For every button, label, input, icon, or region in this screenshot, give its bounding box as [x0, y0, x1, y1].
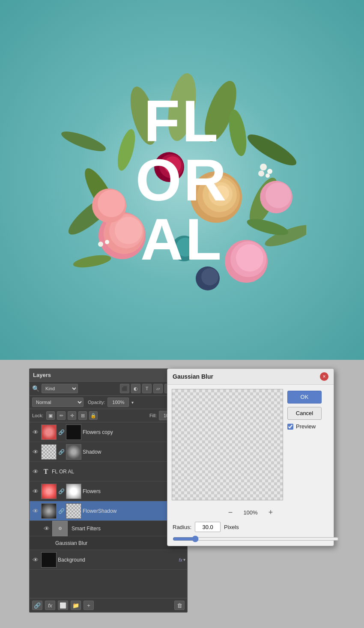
layers-panel-title: Layers	[33, 372, 51, 378]
layer-item[interactable]: 👁 Background fx ▾	[30, 550, 187, 570]
fill-label: Fill:	[149, 413, 157, 418]
text-line3: AL	[140, 206, 224, 272]
lock-brush-icon[interactable]: ✏	[57, 411, 66, 420]
search-icon: 🔍	[32, 385, 39, 392]
delete-layer-button[interactable]: 🗑	[174, 601, 185, 610]
filter-shape-icon[interactable]: ▱	[153, 384, 163, 393]
kind-select[interactable]: Kind	[42, 384, 78, 393]
layers-list: 👁 🔗 Flowers copy 👁 🔗 Shadow ⊙ ▾ 👁 T	[30, 422, 187, 598]
eye-icon[interactable]: 👁	[31, 556, 40, 564]
text-line2: OR	[136, 147, 229, 213]
ok-button[interactable]: OK	[287, 391, 322, 404]
text-line1: FL	[144, 88, 221, 154]
dialog-buttons: OK Cancel Preview	[287, 389, 322, 500]
radius-input[interactable]	[195, 522, 221, 532]
dialog-close-button[interactable]: ×	[320, 372, 328, 381]
layer-thumbnail	[41, 552, 57, 568]
blend-mode-select[interactable]: Normal	[32, 398, 84, 407]
radius-row: Radius: Pixels	[167, 520, 334, 535]
layer-thumbnail: ⚙	[52, 521, 68, 536]
layer-thumbnail	[41, 425, 57, 440]
layer-item[interactable]: 👁 🔗 Flowers copy	[30, 422, 187, 442]
preview-row: Preview	[287, 423, 322, 430]
lock-move-icon[interactable]: ✛	[68, 411, 76, 420]
layer-name: Gaussian Blur	[55, 540, 181, 546]
link-icon: 🔗	[58, 508, 65, 514]
floral-artwork: FL OR AL	[58, 64, 306, 296]
layers-toolbar: 🔗 fx ⬜ 📁 + 🗑	[30, 598, 187, 612]
lock-all-icon[interactable]: 🔒	[89, 411, 98, 420]
dialog-title: Gaussian Blur	[173, 373, 213, 380]
preview-checkbox[interactable]	[287, 424, 293, 430]
lock-label: Lock:	[32, 413, 43, 418]
eye-icon[interactable]: 👁	[42, 524, 51, 533]
eye-icon[interactable]: 👁	[31, 467, 40, 476]
layer-name: FlowerShadow	[83, 508, 176, 514]
canvas-area: FL OR AL	[0, 0, 364, 360]
pixels-label: Pixels	[224, 524, 239, 530]
link-icon: 🔗	[58, 429, 65, 436]
opacity-label: Opacity:	[88, 400, 105, 405]
lock-row: Lock: ▣ ✏ ✛ ⊞ 🔒 Fill: ▾	[30, 409, 187, 422]
layer-item[interactable]: 👁 🔗 Flowers	[30, 481, 187, 501]
layer-mask-thumbnail	[66, 425, 81, 440]
zoom-row: − 100% +	[167, 505, 334, 520]
floral-text: FL OR AL	[136, 91, 229, 269]
layer-mask-thumbnail	[66, 503, 81, 519]
layer-thumbnail	[41, 484, 57, 499]
zoom-in-button[interactable]: +	[266, 507, 276, 517]
layers-panel: Layers << × 🔍 Kind ⬛ ◐ T ▱ 🔒 Nor	[29, 368, 188, 613]
layer-item-selected[interactable]: 👁 🔗 FlowerShadow ⊙ ▴	[30, 501, 187, 521]
link-icon: 🔗	[58, 488, 65, 495]
layer-fx-icon: fx	[179, 557, 182, 562]
add-mask-button[interactable]: ⬜	[58, 601, 68, 610]
layer-name: FL OR AL	[52, 469, 177, 475]
layer-expand-icon[interactable]: ▾	[183, 557, 185, 562]
layer-thumbnail	[41, 503, 57, 519]
opacity-arrow: ▾	[131, 400, 134, 405]
layer-item[interactable]: 👁 T FL OR AL fx ▾	[30, 462, 187, 481]
layer-mask-thumbnail	[66, 484, 81, 499]
text-overlay: FL OR AL	[58, 64, 306, 296]
eye-icon[interactable]: 👁	[31, 448, 40, 456]
lock-transparent-icon[interactable]: ▣	[46, 411, 55, 420]
radius-label: Radius:	[173, 524, 191, 530]
group-layers-button[interactable]: 📁	[71, 601, 81, 610]
new-layer-button[interactable]: +	[84, 601, 94, 610]
filter-text-icon[interactable]: T	[142, 384, 152, 393]
dialog-preview-area	[172, 389, 283, 500]
filter-pixel-icon[interactable]: ⬛	[120, 384, 129, 393]
layer-name: Background	[58, 557, 177, 563]
filter-row: 🔍 Kind ⬛ ◐ T ▱ 🔒	[30, 382, 187, 396]
gaussian-blur-dialog: Gaussian Blur × OK Cancel Preview − 100%…	[167, 368, 334, 546]
fx-button[interactable]: fx	[45, 601, 55, 610]
cancel-button[interactable]: Cancel	[287, 407, 322, 420]
layer-name: Shadow	[83, 449, 176, 455]
layer-mask-thumbnail	[66, 444, 81, 460]
filter-adjust-icon[interactable]: ◐	[131, 384, 140, 393]
zoom-level: 100%	[240, 509, 261, 516]
opacity-input[interactable]	[107, 398, 129, 407]
blend-row: Normal Opacity: ▾	[30, 396, 187, 409]
layer-item[interactable]: 👁 Gaussian Blur ⊟	[30, 536, 187, 550]
radius-slider[interactable]	[173, 535, 339, 542]
zoom-out-button[interactable]: −	[225, 507, 236, 517]
eye-icon[interactable]: 👁	[31, 487, 40, 496]
layer-item[interactable]: 👁 ⚙ Smart Filters	[30, 521, 187, 536]
filter-icons: ⬛ ◐ T ▱ 🔒	[120, 384, 174, 393]
dialog-titlebar: Gaussian Blur ×	[167, 369, 334, 385]
eye-icon[interactable]: 👁	[31, 428, 40, 437]
bottom-area: Layers << × 🔍 Kind ⬛ ◐ T ▱ 🔒 Nor	[0, 360, 364, 628]
link-icon: 🔗	[58, 449, 65, 455]
layer-thumbnail	[41, 444, 57, 460]
lock-artboard-icon[interactable]: ⊞	[78, 411, 87, 420]
preview-label: Preview	[296, 423, 316, 430]
text-layer-icon: T	[41, 467, 51, 476]
dialog-body: OK Cancel Preview	[167, 385, 334, 505]
link-layers-button[interactable]: 🔗	[32, 601, 42, 610]
layers-panel-titlebar: Layers << ×	[30, 369, 187, 382]
eye-icon[interactable]: 👁	[31, 507, 40, 515]
layer-item[interactable]: 👁 🔗 Shadow ⊙ ▾	[30, 442, 187, 462]
